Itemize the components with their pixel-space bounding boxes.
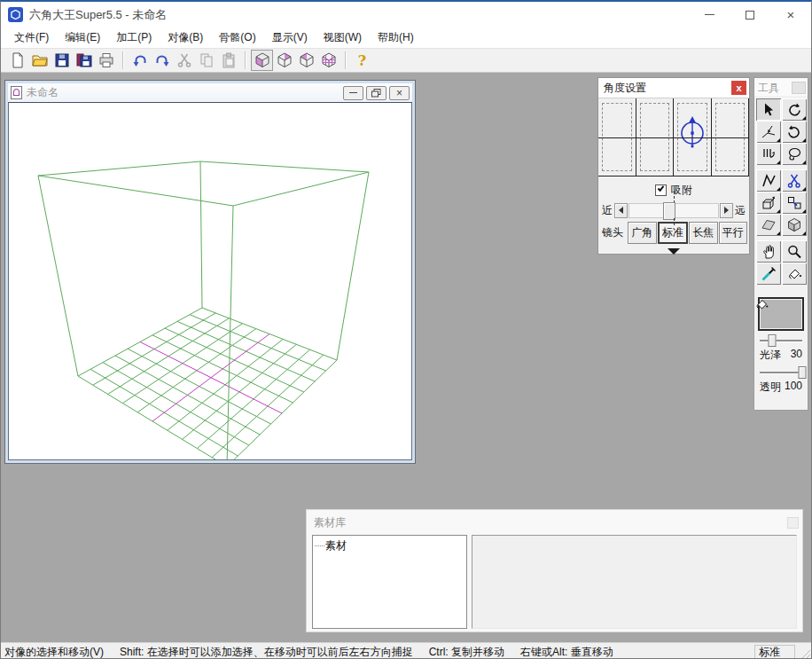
close-button[interactable]: × <box>770 2 811 27</box>
paste-button[interactable] <box>217 50 239 71</box>
material-tree[interactable]: 素材 <box>312 535 467 629</box>
transparency-slider[interactable] <box>760 366 802 379</box>
undo-button[interactable] <box>129 50 151 71</box>
lens-slider-thumb[interactable] <box>663 202 675 220</box>
new-doc-icon <box>9 51 27 69</box>
move-point-icon <box>761 124 777 140</box>
save-button[interactable] <box>51 50 73 71</box>
view-mode-solid-button[interactable] <box>251 50 273 71</box>
paint-bucket-icon <box>786 266 802 282</box>
cut-scissors-icon <box>176 51 193 69</box>
tool-paint-bucket-button[interactable] <box>782 263 807 285</box>
lens-label: 镜头 <box>602 225 627 240</box>
tools-palette-titlebar[interactable]: 工具 <box>754 78 808 96</box>
doc-restore-button[interactable] <box>366 86 386 100</box>
gloss-slider-thumb[interactable] <box>769 334 777 347</box>
menu-display[interactable]: 显示(V) <box>264 27 316 48</box>
redo-button[interactable] <box>151 50 173 71</box>
menu-object[interactable]: 对像(B) <box>160 27 211 48</box>
lasso-icon <box>786 146 802 162</box>
tool-rotate-ccw-button[interactable] <box>782 121 807 143</box>
tool-grid <box>754 96 808 285</box>
status-hint-ctrl: Ctrl: 复制并移动 <box>429 645 504 659</box>
print-button[interactable] <box>95 50 117 71</box>
view-cube-icon <box>254 51 271 69</box>
view-mode-right-button[interactable] <box>273 50 295 71</box>
menu-process[interactable]: 加工(P) <box>108 27 160 48</box>
viewport-3d[interactable] <box>8 102 412 460</box>
material-panel-titlebar[interactable]: 素材库 <box>307 510 802 535</box>
titlebar: 六角大王Super5.5 - 未命名 × <box>1 2 811 27</box>
document-icon <box>11 86 22 99</box>
angle-palette-titlebar[interactable]: 角度设置 x <box>598 78 749 98</box>
save-all-button[interactable] <box>73 50 95 71</box>
camera-compass-icon <box>679 113 706 156</box>
rotate-cw-icon <box>786 102 802 118</box>
tools-palette: 工具 <box>753 77 808 411</box>
tool-hand-pan-button[interactable] <box>756 240 781 263</box>
tab-wide-angle[interactable]: 广角 <box>628 222 657 244</box>
view-mode-grid-button[interactable] <box>317 50 340 71</box>
material-panel-button[interactable] <box>787 517 799 529</box>
maximize-button[interactable] <box>730 2 770 27</box>
slider-right-button[interactable] <box>720 203 733 218</box>
gloss-slider-track <box>760 340 802 341</box>
tab-parallel[interactable]: 平行 <box>719 222 748 244</box>
doc-minimize-button[interactable] <box>343 86 363 100</box>
tab-telephoto[interactable]: 长焦 <box>689 222 718 244</box>
tool-move-point-button[interactable] <box>756 121 781 143</box>
tool-rotate-view-button[interactable] <box>782 98 807 121</box>
menu-bone[interactable]: 骨骼(O) <box>211 27 263 48</box>
angle-palette-close-button[interactable]: x <box>731 81 746 95</box>
scissors-icon <box>786 173 802 189</box>
doc-close-button[interactable]: × <box>389 86 410 100</box>
tool-zoom-button[interactable] <box>782 240 807 263</box>
status-hint-shift: Shift: 在选择时可以添加选择、在移动时可以前后左右方向捕捉 <box>120 645 413 659</box>
menu-view[interactable]: 视图(W) <box>316 27 370 48</box>
menu-help[interactable]: 帮助(H) <box>370 27 422 48</box>
minimize-button[interactable] <box>689 2 730 27</box>
palette-expand-triangle-icon[interactable] <box>668 248 680 255</box>
print-icon <box>98 51 115 69</box>
document-titlebar[interactable]: 未命名 × <box>8 83 412 102</box>
view-mode-left-button[interactable] <box>295 50 317 71</box>
gloss-slider[interactable] <box>760 334 802 347</box>
tool-polygon-face-button[interactable] <box>756 214 781 236</box>
tree-item-material[interactable]: 素材 <box>315 538 465 553</box>
polygon-face-icon <box>761 217 777 233</box>
tab-standard[interactable]: 标准 <box>658 222 689 244</box>
transparency-slider-thumb[interactable] <box>799 366 807 379</box>
app-logo-icon <box>8 7 23 22</box>
tool-multi-line-button[interactable] <box>756 143 781 165</box>
tool-extrude-box-button[interactable] <box>756 192 781 214</box>
snap-checkbox[interactable] <box>655 184 667 196</box>
statusbar: 对像的选择和移动(V) Shift: 在选择时可以添加选择、在移动时可以前后左右… <box>1 642 811 659</box>
angle-settings-palette: 角度设置 x 吸附 近 <box>597 77 750 255</box>
copy-button[interactable] <box>195 50 217 71</box>
open-file-button[interactable] <box>28 50 51 71</box>
tool-lasso-button[interactable] <box>782 143 807 165</box>
tool-scissors-button[interactable] <box>782 169 807 192</box>
resize-grip[interactable] <box>800 649 810 659</box>
select-arrow-icon <box>761 102 777 118</box>
menu-edit[interactable]: 编辑(E) <box>57 27 108 48</box>
tools-palette-button[interactable] <box>792 82 806 94</box>
doc-close-icon: × <box>396 88 402 98</box>
menu-file[interactable]: 文件(F) <box>6 27 57 48</box>
slider-left-button[interactable] <box>614 203 628 218</box>
right-arrow-icon <box>724 207 729 214</box>
tool-select-button[interactable] <box>756 98 781 121</box>
tool-cube-solid-button[interactable] <box>782 214 807 236</box>
tool-dropper-button[interactable] <box>756 263 781 285</box>
material-preview-area[interactable] <box>472 535 797 629</box>
tool-duplicate-button[interactable] <box>782 192 807 214</box>
lens-slider-track[interactable] <box>629 203 719 218</box>
wireframe-cube <box>9 103 412 460</box>
tree-branch-dots <box>315 545 324 546</box>
new-file-button[interactable] <box>6 50 28 71</box>
main-window: 六角大王Super5.5 - 未命名 × 文件(F) 编辑(E) 加工(P) 对… <box>0 0 812 659</box>
help-button[interactable]: ? <box>351 50 373 71</box>
cut-button[interactable] <box>173 50 195 71</box>
tool-curve-pen-button[interactable] <box>756 169 781 192</box>
tools-palette-title: 工具 <box>758 81 792 96</box>
